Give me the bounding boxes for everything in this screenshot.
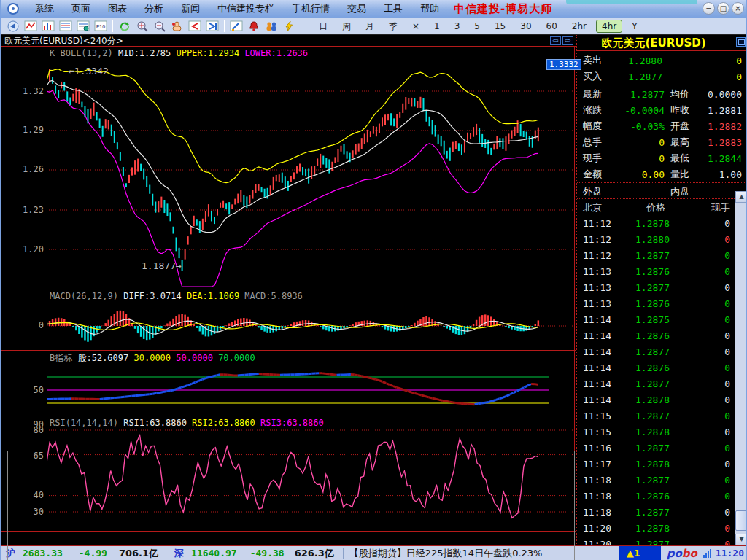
period-×[interactable]: × xyxy=(407,20,425,32)
chart-area: 欧元美元(EURUSD)<240分> ⇦ ⇨ K BOLL(13,2) MID:… xyxy=(1,35,576,545)
menu-手机行情[interactable]: 手机行情 xyxy=(283,1,338,17)
period-日[interactable]: 日 xyxy=(314,20,333,34)
price-tick-1.29: 1.29 xyxy=(1,125,44,135)
price-scale-badge: 1.3332 xyxy=(546,59,581,70)
tick-row[interactable]: 11:121.28780 xyxy=(577,216,736,232)
tick-list-scrollbar[interactable]: ▲ ▼ xyxy=(735,191,747,545)
tick-row[interactable]: 11:161.28770 xyxy=(577,440,736,456)
period-15[interactable]: 15 xyxy=(489,20,511,32)
toolbar-separator xyxy=(301,20,301,32)
b-indicator-label: B指标 股:52.6097 30.0000 50.0000 70.0000 xyxy=(50,352,255,365)
period-2hr[interactable]: 2hr xyxy=(567,20,592,32)
price-tick-1.32: 1.32 xyxy=(1,86,44,96)
main-chart-canvas[interactable] xyxy=(47,47,574,288)
scroll-thumb[interactable] xyxy=(735,510,747,531)
tick-row[interactable]: 11:181.28770 xyxy=(577,505,736,521)
tick-row[interactable]: 11:121.28770 xyxy=(577,248,736,264)
rsi-canvas[interactable] xyxy=(47,417,574,530)
page-next-icon[interactable] xyxy=(204,20,220,33)
restore-button[interactable]: □ xyxy=(717,2,729,15)
scroll-down-icon[interactable]: ▼ xyxy=(735,534,747,545)
tick-row[interactable]: 11:121.28800 xyxy=(577,232,736,248)
tick-row[interactable]: 11:141.28760 xyxy=(577,360,736,376)
toolbar-separator xyxy=(112,20,113,32)
menu-中信建投专栏[interactable]: 中信建投专栏 xyxy=(209,1,283,17)
signal-icon xyxy=(703,549,711,558)
tick-row[interactable]: 11:141.28770 xyxy=(577,344,736,360)
stat-row: 涨跌-0.0004昨收1.2881 xyxy=(577,102,747,118)
period-周[interactable]: 周 xyxy=(337,20,356,34)
tick-row[interactable]: 11:131.28760 xyxy=(577,296,736,312)
back-icon[interactable] xyxy=(5,20,21,33)
quote-list-icon[interactable] xyxy=(58,20,74,33)
panel-restore-icon[interactable] xyxy=(736,37,746,47)
price-tick-1.26: 1.26 xyxy=(1,164,44,174)
app-logo-icon[interactable] xyxy=(7,3,19,15)
alarm-bell-icon[interactable] xyxy=(246,20,262,33)
tick-row[interactable]: 11:131.28760 xyxy=(577,264,736,280)
period-1[interactable]: 1 xyxy=(429,20,445,32)
minimize-button[interactable]: − xyxy=(703,2,715,15)
titlebar-accent xyxy=(566,0,697,4)
stat-row: 金额0.00量比1.00 xyxy=(577,166,747,182)
period-季[interactable]: 季 xyxy=(384,20,403,34)
f10-icon[interactable]: F10 xyxy=(93,20,109,33)
chart-prev-arrow[interactable]: ⇦ xyxy=(550,36,561,45)
rsi-label: RSI(14,14,14) RSI1:63.8860 RSI2:63.8860 … xyxy=(50,418,324,428)
menu-工具[interactable]: 工具 xyxy=(375,1,411,17)
tick-row[interactable]: 11:181.28770 xyxy=(577,472,736,489)
chart-next-arrow[interactable]: ⇨ xyxy=(562,36,573,45)
macd-label: MACD(26,12,9) DIFF:3.0714 DEA:1.1069 MAC… xyxy=(50,291,303,301)
price-tick-1.23: 1.23 xyxy=(1,205,44,215)
users-icon[interactable] xyxy=(263,20,279,33)
tick-row[interactable]: 11:171.28780 xyxy=(577,456,736,472)
edit-pen-icon[interactable] xyxy=(228,20,244,33)
low-annotation: 1.1877→ xyxy=(142,260,182,271)
menu-交易[interactable]: 交易 xyxy=(338,1,375,17)
line-chart-icon[interactable] xyxy=(23,20,39,33)
tick-row[interactable]: 11:201.28780 xyxy=(577,521,736,537)
refresh-icon[interactable] xyxy=(117,20,133,33)
menu-新闻[interactable]: 新闻 xyxy=(172,1,209,17)
period-月[interactable]: 月 xyxy=(360,20,379,34)
tick-row[interactable]: 11:141.28770 xyxy=(577,376,736,392)
price-tick-1.20: 1.20 xyxy=(1,244,44,254)
zoom-out-icon[interactable] xyxy=(152,20,168,33)
tick-row[interactable]: 11:181.28760 xyxy=(577,489,736,505)
menu-分析[interactable]: 分析 xyxy=(136,1,172,17)
period-4hr[interactable]: 4hr xyxy=(596,20,622,33)
page-prev-icon[interactable] xyxy=(187,20,203,33)
rsi-tick-80: 80 xyxy=(1,425,44,435)
menu-图表[interactable]: 图表 xyxy=(99,1,136,17)
close-button[interactable]: × xyxy=(732,2,744,15)
flash-icon[interactable] xyxy=(281,20,297,33)
drag-hand-icon[interactable] xyxy=(169,20,185,33)
report-icon[interactable] xyxy=(75,20,91,33)
period-30[interactable]: 30 xyxy=(515,20,536,32)
window-title: 中信建投-博易大师 xyxy=(454,2,552,16)
panel-divider xyxy=(1,289,576,289)
composite-icon[interactable] xyxy=(40,20,56,33)
zoom-in-icon[interactable] xyxy=(134,20,150,33)
order-row-买入: 买入1.28770 xyxy=(577,69,747,85)
macd-zero-tick: 0 xyxy=(1,320,44,330)
period-60[interactable]: 60 xyxy=(541,20,562,32)
period-5[interactable]: 5 xyxy=(469,20,485,32)
menu-帮助[interactable]: 帮助 xyxy=(411,1,448,17)
quote-panel: 欧元美元(EURUSD) 卖出1.28800买入1.28770最新1.2877均… xyxy=(576,35,747,545)
tick-row[interactable]: 11:131.28770 xyxy=(577,280,736,296)
scroll-up-icon[interactable]: ▲ xyxy=(735,191,747,203)
alert-badge[interactable]: ▲1 xyxy=(619,546,661,560)
tick-row[interactable]: 11:141.28760 xyxy=(577,328,736,344)
tick-row[interactable]: 11:151.28780 xyxy=(577,424,736,440)
menu-页面[interactable]: 页面 xyxy=(63,1,99,17)
order-row-卖出: 卖出1.28800 xyxy=(577,52,747,69)
tick-row[interactable]: 11:151.28770 xyxy=(577,408,736,424)
period-Y[interactable]: Y xyxy=(627,20,642,32)
tick-row[interactable]: 11:141.28750 xyxy=(577,312,736,328)
period-3[interactable]: 3 xyxy=(449,20,465,32)
menu-系统[interactable]: 系统 xyxy=(26,1,63,17)
tick-row[interactable]: 11:141.28780 xyxy=(577,392,736,408)
chart-title: 欧元美元(EURUSD)<240分> xyxy=(1,35,576,46)
toolbar: F10 日周月季×1351530602hr4hrY xyxy=(1,18,747,35)
